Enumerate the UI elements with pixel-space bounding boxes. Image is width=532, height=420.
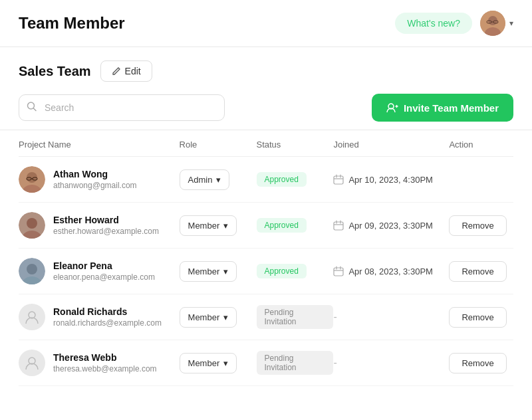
avatar bbox=[19, 258, 45, 284]
role-dropdown[interactable]: Member ▾ bbox=[180, 353, 237, 373]
table-row: Eleanor Pena eleanor.pena@example.com Me… bbox=[19, 249, 513, 294]
calendar-icon bbox=[333, 266, 344, 276]
status-badge: Pending Invitation bbox=[257, 351, 334, 375]
joined-cell: Apr 10, 2023, 4:30PM bbox=[333, 174, 449, 185]
member-details: Athan Wong athanwong@gmail.com bbox=[53, 169, 137, 190]
member-details: Eleanor Pena eleanor.pena@example.com bbox=[53, 261, 155, 282]
actions-row: Invite Team Member bbox=[19, 94, 513, 122]
joined-cell: Apr 09, 2023, 3:30PM bbox=[333, 220, 449, 231]
search-icon bbox=[27, 102, 37, 114]
svg-point-22 bbox=[27, 218, 37, 229]
col-joined: Joined bbox=[333, 140, 449, 150]
remove-button[interactable]: Remove bbox=[449, 215, 506, 236]
avatar bbox=[19, 212, 45, 239]
role-cell: Member ▾ bbox=[180, 261, 257, 282]
page-title: Team Member bbox=[19, 14, 125, 33]
col-action: Action bbox=[449, 140, 513, 150]
table-header: Project Name Role Status Joined Action bbox=[19, 130, 513, 157]
role-dropdown[interactable]: Member ▾ bbox=[180, 261, 237, 282]
action-cell: Remove bbox=[449, 261, 513, 282]
header-right: What's new? ▾ bbox=[395, 11, 513, 36]
status-badge: Approved bbox=[257, 218, 307, 233]
member-details: Theresa Webb theresa.webb@example.com bbox=[53, 352, 157, 373]
role-cell: Admin ▾ bbox=[180, 169, 257, 190]
member-email: athanwong@gmail.com bbox=[53, 181, 137, 190]
role-cell: Member ▾ bbox=[180, 215, 257, 236]
svg-rect-31 bbox=[334, 268, 343, 276]
col-role: Role bbox=[180, 140, 257, 150]
member-info: Esther Howard esther.howard@example.com bbox=[19, 212, 180, 239]
role-value: Member bbox=[188, 221, 220, 231]
role-value: Member bbox=[188, 266, 220, 276]
role-value: Member bbox=[188, 312, 220, 322]
role-dropdown[interactable]: Member ▾ bbox=[180, 307, 237, 328]
member-email: eleanor.pena@example.com bbox=[53, 272, 155, 282]
table-row: Athan Wong athanwong@gmail.com Admin ▾ A… bbox=[19, 157, 513, 203]
member-name: Theresa Webb bbox=[53, 352, 157, 363]
table-row: Esther Howard esther.howard@example.com … bbox=[19, 203, 513, 249]
member-details: Ronald Richards ronald.richards@example.… bbox=[53, 306, 162, 328]
search-wrapper bbox=[19, 94, 225, 121]
invite-icon bbox=[386, 102, 398, 114]
action-cell: Remove bbox=[449, 215, 513, 236]
svg-point-29 bbox=[27, 264, 37, 274]
member-info: Athan Wong athanwong@gmail.com bbox=[19, 166, 180, 193]
role-value: Member bbox=[188, 358, 220, 368]
avatar-placeholder bbox=[19, 350, 45, 376]
member-name: Esther Howard bbox=[53, 215, 159, 225]
members-table: Project Name Role Status Joined Action A… bbox=[0, 130, 532, 386]
calendar-icon bbox=[333, 220, 344, 231]
svg-rect-24 bbox=[334, 222, 343, 230]
member-details: Esther Howard esther.howard@example.com bbox=[53, 215, 159, 236]
table-row: Theresa Webb theresa.webb@example.com Me… bbox=[19, 340, 513, 386]
person-icon bbox=[25, 356, 39, 370]
joined-date: Apr 10, 2023, 4:30PM bbox=[348, 175, 432, 185]
dropdown-arrow-icon: ▾ bbox=[216, 175, 221, 185]
joined-dash: - bbox=[333, 357, 336, 369]
status-cell: Pending Invitation bbox=[257, 351, 334, 375]
joined-cell: - bbox=[333, 311, 449, 323]
member-info: Theresa Webb theresa.webb@example.com bbox=[19, 350, 180, 376]
edit-label: Edit bbox=[125, 66, 141, 76]
member-name: Ronald Richards bbox=[53, 306, 162, 317]
remove-button[interactable]: Remove bbox=[449, 307, 506, 328]
remove-button[interactable]: Remove bbox=[449, 261, 506, 282]
user-avatar-wrapper[interactable]: ▾ bbox=[480, 11, 513, 36]
col-project-name: Project Name bbox=[19, 140, 180, 150]
status-cell: Approved bbox=[257, 218, 334, 233]
avatar bbox=[480, 11, 505, 36]
member-email: ronald.richards@example.com bbox=[53, 318, 162, 328]
status-cell: Approved bbox=[257, 264, 334, 278]
search-input[interactable] bbox=[19, 94, 225, 121]
svg-rect-17 bbox=[334, 176, 343, 184]
sub-header: Sales Team Edit Invite bbox=[0, 47, 532, 130]
role-dropdown[interactable]: Member ▾ bbox=[180, 215, 237, 236]
col-status: Status bbox=[257, 140, 334, 150]
dropdown-arrow-icon: ▾ bbox=[223, 312, 228, 322]
invite-team-member-button[interactable]: Invite Team Member bbox=[372, 94, 513, 122]
avatar bbox=[19, 166, 45, 193]
joined-dash: - bbox=[333, 311, 336, 323]
member-info: Ronald Richards ronald.richards@example.… bbox=[19, 304, 180, 330]
remove-button[interactable]: Remove bbox=[449, 353, 506, 373]
role-cell: Member ▾ bbox=[180, 307, 257, 328]
status-badge: Pending Invitation bbox=[257, 305, 334, 329]
chevron-down-icon: ▾ bbox=[509, 19, 513, 28]
joined-cell: Apr 08, 2023, 3:30PM bbox=[333, 266, 449, 276]
role-dropdown[interactable]: Admin ▾ bbox=[180, 169, 230, 190]
member-name: Athan Wong bbox=[53, 169, 137, 179]
dropdown-arrow-icon: ▾ bbox=[223, 358, 228, 368]
action-cell: Remove bbox=[449, 353, 513, 373]
edit-button[interactable]: Edit bbox=[100, 60, 152, 82]
whats-new-button[interactable]: What's new? bbox=[395, 13, 472, 34]
joined-date: Apr 08, 2023, 3:30PM bbox=[348, 266, 432, 276]
page-header: Team Member What's new? ▾ bbox=[0, 0, 532, 47]
role-cell: Member ▾ bbox=[180, 353, 257, 373]
joined-cell: - bbox=[333, 357, 449, 369]
table-row: Ronald Richards ronald.richards@example.… bbox=[19, 294, 513, 340]
member-info: Eleanor Pena eleanor.pena@example.com bbox=[19, 258, 180, 284]
action-cell: Remove bbox=[449, 307, 513, 328]
dropdown-arrow-icon: ▾ bbox=[223, 266, 228, 276]
person-icon bbox=[25, 310, 39, 324]
status-badge: Approved bbox=[257, 264, 307, 278]
